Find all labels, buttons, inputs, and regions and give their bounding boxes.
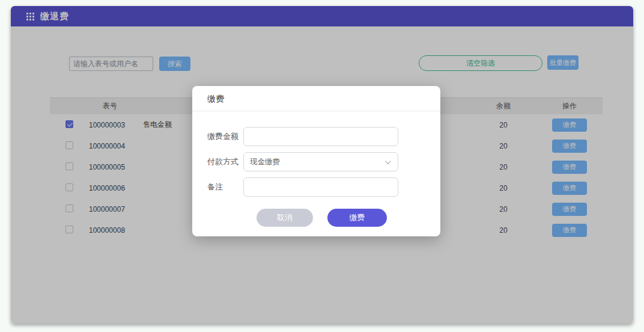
- payment-method-label: 付款方式: [207, 156, 243, 167]
- remark-input[interactable]: [243, 177, 398, 197]
- payment-method-value: 现金缴费: [250, 157, 280, 167]
- amount-input[interactable]: [243, 127, 398, 146]
- confirm-pay-button[interactable]: 缴费: [327, 209, 387, 227]
- amount-label: 缴费金额: [207, 131, 243, 142]
- cancel-button[interactable]: 取消: [257, 209, 313, 227]
- payment-method-select[interactable]: 现金缴费: [243, 152, 398, 171]
- modal-title: 缴费: [192, 86, 440, 111]
- app-window: 缴退费 搜索 清空筛选 批量缴费 表号 余额 操作 100000003 售电金额…: [11, 6, 633, 324]
- payment-modal: 缴费 缴费金额 付款方式 现金缴费 备注 取消 缴费: [192, 86, 440, 236]
- chevron-down-icon: [385, 158, 391, 164]
- remark-label: 备注: [207, 182, 243, 192]
